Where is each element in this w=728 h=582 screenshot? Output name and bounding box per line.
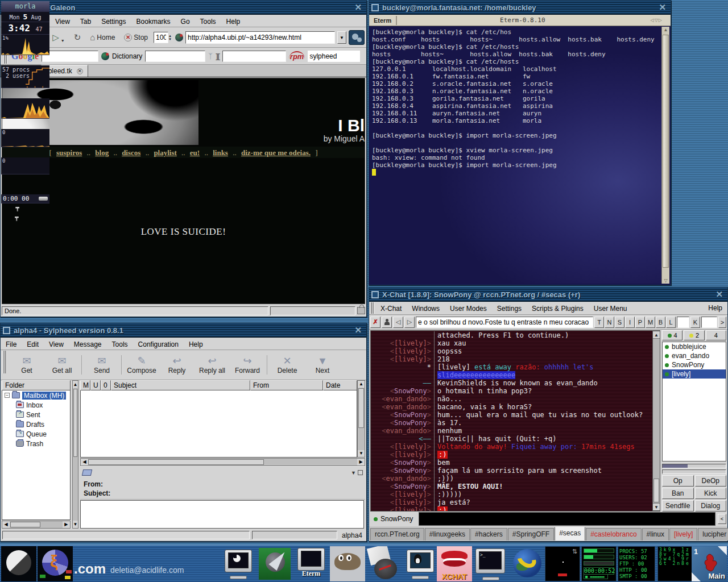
app-logo-icon[interactable] (38, 546, 73, 581)
channel-tab-linuxgeeks[interactable]: #linuxgeeks (425, 528, 470, 541)
mode-p-button[interactable]: P (635, 317, 645, 328)
galeon-menu-go[interactable]: Go (176, 16, 195, 27)
kick-button[interactable]: Kick (695, 488, 727, 499)
message-list-hscrollbar[interactable]: ◀ ▶ (80, 458, 365, 466)
proc-chart[interactable]: 57 procs 2 users (1, 65, 49, 88)
sylpheed-menu-file[interactable]: File (1, 339, 22, 350)
scrollbar-thumb[interactable] (73, 389, 77, 457)
paint-tool-icon[interactable] (257, 546, 292, 581)
column-header-u[interactable]: U (90, 380, 101, 390)
folder-item-mailbox-mh[interactable]: −Mailbox (MH) (2, 390, 70, 400)
xchat-menu-x-chat[interactable]: X-Chat (375, 303, 407, 314)
scroll-left-icon[interactable]: ◀ (2, 521, 10, 528)
eterm-menu-button[interactable]: Eterm (369, 16, 397, 25)
scrollbar-thumb[interactable] (10, 522, 40, 527)
scroll-up-icon[interactable]: ▲ (662, 27, 669, 32)
message-list-vscrollbar[interactable]: ▲ ▼ (357, 380, 365, 458)
google-search-input[interactable] (42, 51, 98, 62)
close-tab-button[interactable]: ✗ (370, 317, 380, 328)
reply-all-button[interactable]: ↩Reply all (195, 352, 230, 378)
acidlife-logo-icon[interactable] (1, 546, 36, 581)
detach-handle[interactable]: ▼ (351, 470, 363, 476)
linux-monitor-icon[interactable] (403, 546, 438, 581)
workspace-pager[interactable]: 1 Main (692, 546, 727, 581)
close-icon[interactable]: ✕ (656, 2, 668, 13)
op-button[interactable]: Op (662, 475, 694, 487)
scrollbar-thumb[interactable] (358, 388, 364, 428)
input-expand-button[interactable]: < (718, 514, 726, 524)
compass-icon[interactable] (366, 546, 402, 581)
folder-tree[interactable]: −Mailbox (MH)InboxSentDraftsQueueTrash (2, 390, 71, 520)
monitor-app-icon[interactable] (221, 546, 256, 581)
expander-icon[interactable]: − (5, 393, 10, 398)
zoom-spinner[interactable]: ▲▼ (154, 32, 173, 43)
message-list-body[interactable] (80, 390, 357, 458)
sylpheed-menu-edit[interactable]: Edit (22, 339, 44, 350)
page-link-discos[interactable]: discos (122, 148, 140, 157)
channel-tab-linux[interactable]: #linux (642, 528, 669, 541)
xchat-menu-settings[interactable]: Settings (492, 303, 527, 314)
date-display[interactable]: Mon 5 Aug (1, 12, 49, 22)
sylpheed-menu-help[interactable]: Help (184, 339, 208, 350)
matrix-applet[interactable]: 3k9x 1z8v 7q2m 5w4j 9r6t 2n8e (657, 546, 693, 581)
channel-tab-springoff[interactable]: #SpringOFF (508, 528, 554, 541)
galeon-menu-view[interactable]: View (50, 16, 75, 27)
channel-tab-rccn-ptnet-org[interactable]: rccn.PTnet.org (370, 528, 424, 541)
hostname-label[interactable]: morla (1, 1, 49, 12)
column-header-from[interactable]: From (250, 380, 323, 390)
xchat-launcher-icon[interactable]: XCHAT (437, 546, 472, 581)
scroll-up-icon[interactable]: ▲ (358, 381, 365, 388)
user-list-item-bubblejuice[interactable]: bubblejuice (663, 342, 726, 351)
xchat-menu-user-menu[interactable]: User Menu (589, 303, 632, 314)
eth0-chart[interactable]: 0 (1, 157, 49, 174)
dialog-button[interactable]: Dialog (695, 500, 727, 512)
scroll-up-icon[interactable]: ▲ (73, 381, 78, 388)
eterm-launcher-icon[interactable]: Eterm (293, 546, 329, 581)
mode-k-button[interactable]: K (690, 317, 700, 328)
sylpheed-menu-view[interactable]: View (44, 339, 69, 350)
tab-close-icon[interactable]: ✕ (77, 68, 83, 74)
forward-history-caret[interactable]: ▼ (61, 39, 65, 43)
ppp-timer[interactable]: 0:00 00 (1, 194, 49, 203)
hda-chart[interactable]: 0 (1, 129, 49, 147)
disk-activity-chart[interactable] (1, 98, 49, 119)
forward-button[interactable]: ↪Forward (230, 352, 265, 378)
xchat-menu-help[interactable]: Help (703, 302, 727, 314)
stop-button[interactable]: ✕ Stop (121, 32, 151, 43)
next-button[interactable]: ▼Next (305, 352, 340, 378)
channel-tab-lively[interactable]: [lively] (669, 528, 697, 541)
message-body-view[interactable] (80, 500, 364, 529)
eterm-titlebar[interactable]: buckley@morla.fantasia.net: /home/buckle… (369, 1, 671, 15)
page-link-diz-me-que-me-odeias[interactable]: diz-me que me odeias. (241, 148, 311, 157)
scroll-left-icon[interactable]: ◀ (81, 459, 88, 465)
zoom-input[interactable] (154, 32, 168, 43)
sylpheed-menu-tools[interactable]: Tools (107, 339, 133, 350)
mode-b-button[interactable]: B (656, 317, 665, 328)
eterm-scrollbar[interactable]: ▲ ▽ (661, 27, 669, 284)
get-all-button[interactable]: ✉Get all (44, 352, 80, 378)
scrollbar-thumb[interactable] (88, 459, 264, 465)
scroll-down-icon[interactable]: ▼ (358, 450, 365, 457)
mode-t-button[interactable]: T (594, 317, 604, 328)
timer-applet[interactable]: 000:00:52 ■ ▬▬▬▬▬▬ (581, 546, 617, 581)
xchat-titlebar[interactable]: X-Chat [1.8.9]: SnowPony @ rccn.PTnet.or… (369, 288, 727, 302)
user-list-item-snowpony[interactable]: SnowPony (663, 360, 726, 369)
galeon-menu-help[interactable]: Help (221, 16, 246, 27)
flags-more-button[interactable]: > (718, 317, 726, 328)
scroll-down-icon[interactable]: ▼ (73, 521, 78, 528)
mode-n-button[interactable]: N (605, 317, 614, 328)
stats-applet[interactable]: PROCS: 57USERS: 02FTP : 00HTTP : 00SMTP … (618, 546, 655, 581)
scrollbar-thumb[interactable] (663, 35, 669, 268)
rpm-search-input[interactable] (308, 51, 360, 62)
compose-button[interactable]: ✎Compose (124, 352, 159, 378)
page-link-blog[interactable]: blog (95, 148, 109, 157)
galeon-menu-tab[interactable]: Tab (75, 16, 96, 27)
xchat-menu-windows[interactable]: Windows (407, 303, 445, 314)
folder-item-queue[interactable]: Queue (2, 429, 70, 439)
xchat-menu-scripts-plugins[interactable]: Scripts & Plugins (527, 303, 589, 314)
sylpheed-menu-configuration[interactable]: Configuration (133, 339, 184, 350)
channel-tab-hackers[interactable]: #hackers (470, 528, 507, 541)
channel-tab-castelobranco[interactable]: #castelobranco (586, 528, 641, 541)
folder-item-inbox[interactable]: Inbox (2, 400, 70, 410)
forward-button[interactable]: ▷ ▼ (49, 31, 68, 44)
